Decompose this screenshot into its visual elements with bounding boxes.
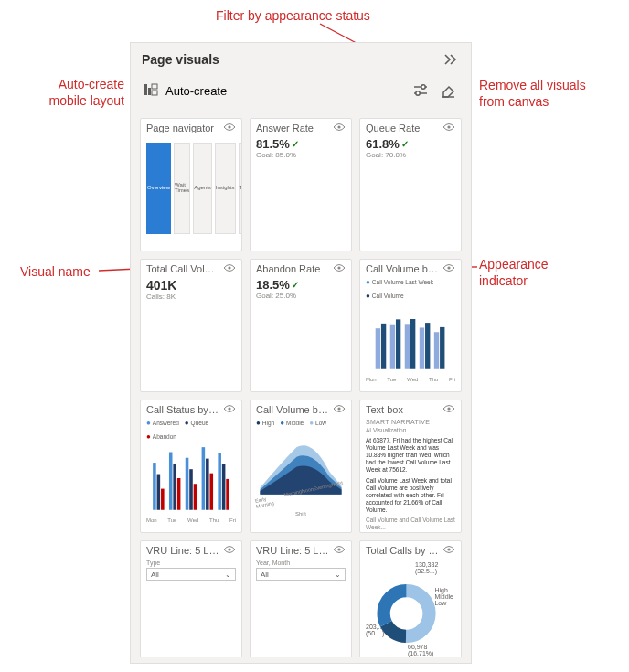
visual-body: Call Volume Last WeekCall VolumeMonTueWe… bbox=[360, 276, 461, 391]
column-chart bbox=[366, 300, 455, 375]
appearance-indicator-icon[interactable] bbox=[333, 404, 346, 415]
appearance-indicator-icon[interactable] bbox=[223, 545, 236, 556]
visual-title: Queue Rate bbox=[366, 123, 420, 133]
visual-body: 81.5%✓Goal: 85.0% bbox=[251, 135, 351, 251]
svg-rect-26 bbox=[396, 319, 400, 368]
visual-title: Total Call Volume bbox=[146, 263, 219, 274]
auto-create-label: Auto-create bbox=[165, 84, 227, 98]
filter-appearance-button[interactable] bbox=[407, 78, 434, 103]
visual-body: AnsweredQueueAbandonMonTueWedThuFri bbox=[141, 417, 241, 532]
svg-rect-35 bbox=[157, 475, 161, 510]
svg-point-33 bbox=[228, 407, 230, 410]
svg-rect-32 bbox=[440, 327, 444, 369]
page-navigator-tab[interactable]: Agents bbox=[193, 143, 212, 234]
appearance-indicator-icon[interactable] bbox=[442, 404, 455, 415]
appearance-indicator-icon[interactable] bbox=[333, 123, 346, 133]
visual-card[interactable]: Queue Rate61.8%✓Goal: 70.0% bbox=[359, 118, 462, 251]
svg-rect-43 bbox=[202, 447, 206, 510]
slicer-dropdown[interactable]: All⌄ bbox=[256, 568, 346, 581]
visual-title: Total Calls by Pri... bbox=[366, 545, 439, 556]
appearance-indicator-icon[interactable] bbox=[333, 263, 346, 274]
page-navigator-tab[interactable]: Overview bbox=[146, 143, 171, 234]
svg-rect-45 bbox=[209, 474, 213, 510]
svg-rect-36 bbox=[161, 489, 165, 510]
remove-all-visuals-button[interactable] bbox=[434, 78, 462, 103]
visual-body: 18.5%✓Goal: 25.0% bbox=[251, 276, 351, 391]
svg-rect-10 bbox=[152, 84, 157, 89]
visuals-grid: Page navigatorOverviewWait TimesAgentsIn… bbox=[140, 118, 462, 657]
chevron-down-icon: ⌄ bbox=[225, 571, 231, 579]
annotation-remove: Remove all visuals from canvas bbox=[479, 77, 586, 110]
visual-card[interactable]: VRU Line: 5 Line...Year, MonthAll⌄ bbox=[250, 540, 352, 657]
visual-card[interactable]: Call Volume by ...Call Volume Last WeekC… bbox=[359, 259, 462, 392]
svg-point-13 bbox=[421, 85, 425, 89]
page-navigator-tab[interactable]: Wait Times bbox=[174, 143, 190, 234]
visual-title: Call Volume by ... bbox=[366, 263, 439, 274]
chevron-down-icon: ⌄ bbox=[335, 571, 341, 579]
collapse-panel-icon[interactable] bbox=[443, 53, 460, 66]
auto-create-button[interactable]: Auto-create bbox=[140, 79, 230, 103]
visual-body: TypeAll⌄ bbox=[141, 558, 241, 657]
svg-point-19 bbox=[447, 125, 450, 128]
visual-card[interactable]: Abandon Rate18.5%✓Goal: 25.0% bbox=[250, 259, 352, 392]
page-navigator-tab[interactable]: Insights bbox=[215, 143, 236, 234]
svg-rect-8 bbox=[144, 84, 147, 95]
auto-create-icon bbox=[144, 82, 158, 100]
visual-title: Text box bbox=[366, 404, 403, 415]
svg-point-50 bbox=[447, 407, 450, 410]
svg-point-22 bbox=[447, 266, 450, 269]
appearance-indicator-icon[interactable] bbox=[223, 123, 236, 133]
svg-point-20 bbox=[228, 266, 230, 269]
appearance-indicator-icon[interactable] bbox=[223, 404, 236, 415]
clustered-column-chart bbox=[146, 441, 236, 516]
svg-rect-25 bbox=[390, 325, 395, 369]
svg-rect-23 bbox=[376, 328, 380, 369]
svg-rect-28 bbox=[410, 319, 415, 369]
visual-card[interactable]: Answer Rate81.5%✓Goal: 85.0% bbox=[250, 118, 352, 251]
appearance-indicator-icon[interactable] bbox=[442, 123, 455, 133]
appearance-indicator-icon[interactable] bbox=[223, 263, 236, 274]
svg-rect-41 bbox=[189, 469, 193, 510]
appearance-indicator-icon[interactable] bbox=[333, 545, 346, 556]
slicer-dropdown[interactable]: All⌄ bbox=[146, 568, 236, 581]
visual-card[interactable]: Call Status by W...AnsweredQueueAbandonM… bbox=[140, 400, 242, 533]
check-icon: ✓ bbox=[292, 139, 299, 149]
visual-card[interactable]: Page navigatorOverviewWait TimesAgentsIn… bbox=[140, 118, 242, 251]
svg-point-18 bbox=[337, 125, 340, 128]
visual-card[interactable]: Total Call Volume401KCalls: 8K bbox=[140, 259, 242, 392]
svg-rect-29 bbox=[420, 327, 424, 368]
svg-point-51 bbox=[228, 548, 230, 550]
page-visuals-panel: Page visuals Auto-create Page navigatorO… bbox=[130, 42, 472, 664]
page-navigator-tab[interactable]: Trends bbox=[239, 143, 242, 234]
visual-card[interactable]: Call Volume by S...HighMiddleLowEarly Mo… bbox=[250, 400, 352, 533]
svg-rect-30 bbox=[425, 323, 430, 369]
svg-point-49 bbox=[337, 407, 340, 410]
visual-body: 61.8%✓Goal: 70.0% bbox=[360, 135, 461, 251]
svg-point-21 bbox=[337, 266, 340, 269]
svg-rect-31 bbox=[434, 332, 439, 369]
svg-rect-46 bbox=[218, 453, 221, 509]
appearance-indicator-icon[interactable] bbox=[442, 545, 455, 556]
svg-point-53 bbox=[447, 548, 450, 550]
svg-rect-47 bbox=[222, 464, 226, 510]
svg-rect-44 bbox=[206, 459, 209, 510]
annotation-appearance-indicator: Appearance indicator bbox=[479, 256, 549, 289]
svg-rect-38 bbox=[173, 464, 176, 510]
svg-rect-39 bbox=[177, 478, 181, 510]
visual-card[interactable]: Text boxSMART NARRATIVEAI VisualizationA… bbox=[359, 400, 462, 533]
visual-card[interactable]: Total Calls by Pri...HighMiddleLow130,38… bbox=[359, 540, 462, 657]
svg-rect-40 bbox=[186, 458, 189, 510]
visual-title: VRU Line: 5 Line... bbox=[146, 545, 219, 556]
svg-rect-37 bbox=[169, 452, 173, 509]
visual-body: SMART NARRATIVEAI VisualizationAt 63877,… bbox=[360, 417, 461, 532]
visual-title: Abandon Rate bbox=[256, 263, 320, 274]
svg-rect-48 bbox=[226, 479, 229, 510]
donut-chart bbox=[366, 560, 455, 657]
appearance-indicator-icon[interactable] bbox=[442, 263, 455, 274]
visual-body: HighMiddleLow130,382 (32.5...)203,... (5… bbox=[360, 558, 461, 657]
annotation-filter: Filter by appearance status bbox=[216, 7, 370, 24]
visual-title: Page navigator bbox=[146, 123, 214, 133]
visual-title: Answer Rate bbox=[256, 123, 314, 133]
svg-rect-9 bbox=[148, 88, 151, 95]
visual-card[interactable]: VRU Line: 5 Line...TypeAll⌄ bbox=[140, 540, 242, 657]
